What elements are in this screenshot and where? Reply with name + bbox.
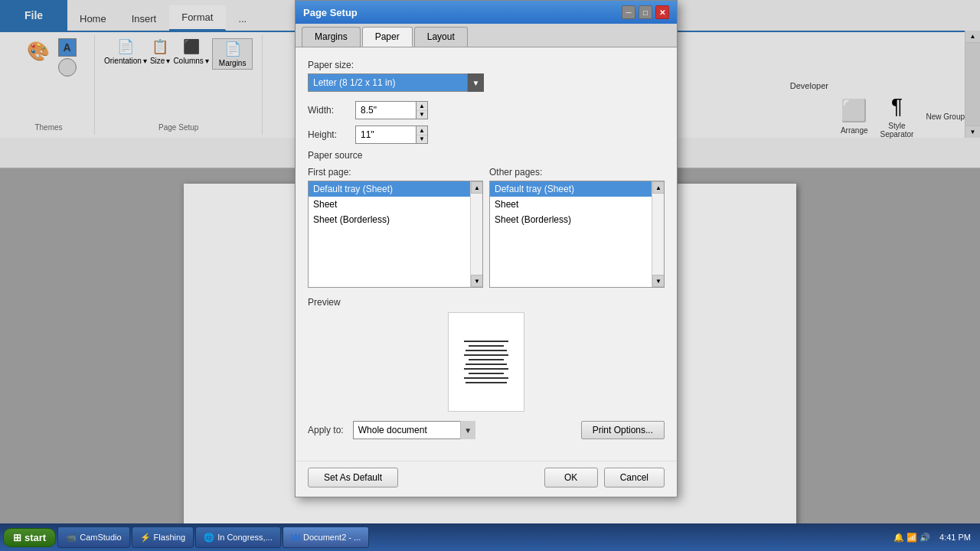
footer-right: OK Cancel [544, 468, 665, 487]
height-arrows: ▲ ▼ [416, 126, 428, 144]
fp-scroll-up[interactable]: ▲ [471, 181, 483, 194]
word-icon: W [291, 532, 300, 543]
footer-left: Set As Default [308, 468, 398, 487]
fp-scroll-down[interactable]: ▼ [471, 275, 483, 287]
taskbar-right: 🔔 📶 🔊 4:41 PM [893, 533, 977, 543]
first-page-item-0[interactable]: Default tray (Sheet) [309, 181, 482, 197]
paper-size-label: Paper size: [308, 60, 665, 70]
preview-line-5 [469, 359, 503, 360]
other-pages-title: Other pages: [489, 167, 665, 178]
flashing-icon: ⚡ [140, 533, 151, 543]
op-scroll-up[interactable]: ▲ [652, 181, 665, 194]
height-up-btn[interactable]: ▲ [416, 126, 427, 135]
dialog-titlebar: Page Setup ─ □ ✕ [296, 1, 677, 24]
height-spin: ▲ ▼ [355, 126, 428, 144]
clock: 4:41 PM [933, 533, 977, 542]
sys-tray: 🔔 📶 🔊 [893, 533, 930, 543]
preview-box [448, 312, 524, 412]
print-options-button[interactable]: Print Options... [581, 421, 665, 439]
dialog-body: Paper size: Letter (8 1/2 x 11 in) ▼ Wid… [296, 47, 677, 461]
ok-button[interactable]: OK [544, 468, 598, 487]
preview-section: Preview [308, 297, 665, 412]
modal-overlay: Page Setup ─ □ ✕ Margins Paper Layout Pa… [0, 0, 980, 551]
camstudio-label: CamStudio [80, 533, 121, 542]
cancel-label: Cancel [620, 472, 648, 483]
apply-to-label: Apply to: [308, 425, 344, 435]
other-page-item-0[interactable]: Default tray (Sheet) [490, 181, 664, 197]
height-down-btn[interactable]: ▼ [416, 135, 427, 144]
paper-source-label: Paper source [308, 150, 665, 161]
windows-orb-icon: ⊞ [13, 532, 21, 543]
minimize-button[interactable]: ─ [622, 5, 635, 19]
set-as-default-button[interactable]: Set As Default [308, 468, 398, 487]
dialog-title: Page Setup [303, 7, 358, 18]
width-row: Width: ▲ ▼ [308, 101, 665, 119]
start-label: start [24, 532, 46, 543]
paper-tab-label: Paper [375, 31, 400, 42]
taskbar: ⊞ start 📹 CamStudio ⚡ Flashing 🌐 In Cong… [0, 523, 980, 551]
apply-to-row: Apply to: Whole document This point forw… [308, 421, 665, 439]
taskbar-camstudio[interactable]: 📹 CamStudio [57, 527, 129, 548]
preview-label: Preview [308, 297, 665, 308]
apply-to-select[interactable]: Whole document This point forward Select… [353, 421, 475, 439]
tab-paper[interactable]: Paper [362, 27, 413, 47]
width-label: Width: [308, 105, 346, 116]
apply-to-wrapper: Whole document This point forward Select… [353, 421, 475, 439]
camstudio-icon: 📹 [66, 533, 77, 543]
first-page-list: Default tray (Sheet) Sheet Sheet (Border… [308, 181, 483, 288]
tab-margins[interactable]: Margins [302, 27, 361, 47]
paper-size-select[interactable]: Letter (8 1/2 x 11 in) [308, 73, 484, 92]
taskbar-flashing[interactable]: ⚡ Flashing [132, 527, 194, 548]
width-spin: ▲ ▼ [355, 101, 428, 119]
other-pages-scrollbar: ▲ ▼ [652, 181, 664, 287]
taskbar-browser[interactable]: 🌐 In Congress,... [195, 527, 281, 548]
layout-tab-label: Layout [427, 31, 455, 42]
preview-line-2 [469, 345, 503, 347]
margins-tab-label: Margins [315, 31, 348, 42]
height-label: Height: [308, 129, 346, 140]
preview-line-7 [464, 368, 508, 370]
height-input[interactable] [355, 126, 416, 144]
width-arrows: ▲ ▼ [416, 101, 428, 119]
preview-line-4 [464, 354, 508, 356]
set-default-label: Set As Default [324, 472, 382, 483]
preview-line-8 [469, 373, 503, 374]
preview-line-9 [464, 377, 508, 379]
op-scroll-down[interactable]: ▼ [652, 275, 665, 287]
preview-line-10 [466, 382, 506, 383]
other-pages-list: Default tray (Sheet) Sheet Sheet (Border… [489, 181, 665, 288]
start-button[interactable]: ⊞ start [3, 528, 56, 547]
width-down-btn[interactable]: ▼ [416, 111, 427, 119]
dialog-title-controls: ─ □ ✕ [622, 5, 669, 19]
ok-label: OK [564, 472, 577, 483]
dialog-footer: Set As Default OK Cancel [296, 461, 677, 497]
print-options-label: Print Options... [593, 425, 653, 435]
height-row: Height: ▲ ▼ [308, 126, 665, 144]
close-button[interactable]: ✕ [655, 5, 669, 19]
other-page-item-2[interactable]: Sheet (Borderless) [490, 212, 664, 227]
flashing-label: Flashing [154, 533, 186, 542]
paper-source-section: Paper source [308, 150, 665, 161]
first-page-item-1[interactable]: Sheet [309, 197, 482, 212]
first-page-item-2[interactable]: Sheet (Borderless) [309, 212, 482, 227]
other-page-item-1[interactable]: Sheet [490, 197, 664, 212]
tab-layout[interactable]: Layout [414, 27, 468, 47]
width-up-btn[interactable]: ▲ [416, 102, 427, 111]
preview-line-1 [464, 341, 508, 342]
cancel-button[interactable]: Cancel [604, 468, 665, 487]
first-page-title: First page: [308, 167, 483, 178]
preview-line-3 [466, 350, 506, 351]
op-scroll-track [652, 194, 664, 275]
fp-scroll-track [471, 194, 482, 275]
paper-size-group: Paper size: Letter (8 1/2 x 11 in) ▼ [308, 60, 665, 92]
first-page-scrollbar: ▲ ▼ [470, 181, 482, 287]
paper-size-wrapper: Letter (8 1/2 x 11 in) ▼ [308, 73, 484, 92]
browser-icon: 🌐 [204, 533, 214, 543]
maximize-button[interactable]: □ [639, 5, 652, 19]
width-input[interactable] [355, 101, 416, 119]
word-label: Document2 - ... [303, 533, 361, 542]
taskbar-word[interactable]: W Document2 - ... [283, 527, 369, 548]
paper-source-columns: First page: Default tray (Sheet) Sheet S… [308, 167, 665, 288]
browser-label: In Congress,... [217, 533, 273, 542]
page-setup-dialog: Page Setup ─ □ ✕ Margins Paper Layout Pa… [295, 0, 678, 497]
